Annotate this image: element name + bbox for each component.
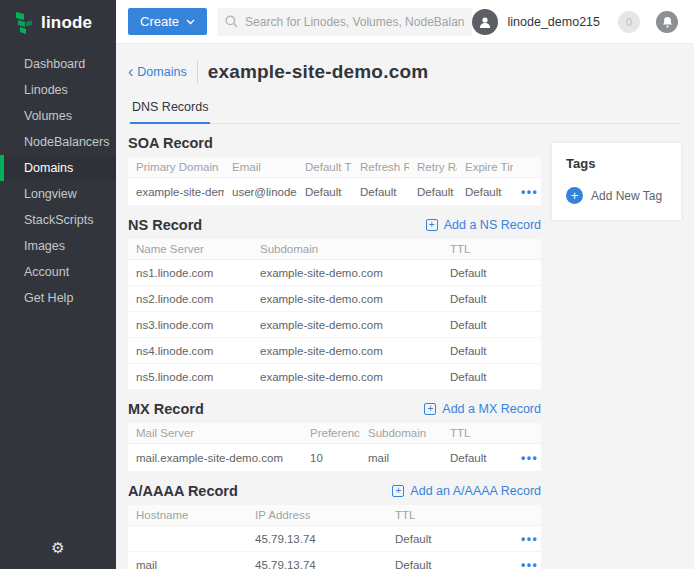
sidebar-item-longview[interactable]: Longview [0, 181, 116, 207]
sidebar-item-get-help[interactable]: Get Help [0, 285, 116, 311]
a-col-ttl: TTL [387, 505, 513, 526]
ns-col-ttl: TTL [442, 239, 541, 260]
ns-section-head: NS Record + Add a NS Record [128, 216, 541, 234]
soa-section-head: SOA Record [128, 134, 541, 152]
sidebar-item-account[interactable]: Account [0, 259, 116, 285]
ns-row: ns2.linode.com example-site-demo.com Def… [128, 286, 541, 312]
mx-table: Mail Server Preference Subdomain TTL mai… [128, 423, 541, 472]
soa-col-expire-time: Expire Time [457, 157, 513, 178]
breadcrumb-divider [197, 60, 198, 84]
tab-bar: DNS Records [128, 100, 681, 124]
sidebar-item-nodebalancers[interactable]: NodeBalancers [0, 129, 116, 155]
sidebar-footer: ⚙ [0, 525, 116, 569]
soa-primary-domain: example-site-demo.com [128, 178, 224, 206]
search-input[interactable] [245, 15, 464, 29]
a-col-hostname: Hostname [128, 505, 247, 526]
mx-col-ttl: TTL [442, 423, 513, 444]
linode-logo[interactable]: linode [0, 0, 116, 47]
ns-row: ns3.linode.com example-site-demo.com Def… [128, 312, 541, 338]
tags-panel-title: Tags [566, 156, 667, 171]
create-button[interactable]: Create [128, 8, 207, 35]
add-mx-record-button[interactable]: + Add a MX Record [424, 402, 541, 416]
soa-col-retry-rate: Retry Rate [409, 157, 457, 178]
a-row: mail 45.79.13.74 Default ••• [128, 552, 541, 569]
notifications-bell-button[interactable] [656, 11, 678, 33]
plus-square-icon: + [426, 219, 438, 231]
open-tickets-badge[interactable]: 0 [618, 11, 640, 33]
mx-col-mail-server: Mail Server [128, 423, 302, 444]
a-section-title: A/AAAA Record [128, 483, 238, 499]
chevron-down-icon [186, 19, 195, 25]
a-header-row: Hostname IP Address TTL [128, 505, 541, 526]
a-table: Hostname IP Address TTL 45.79.13.74 Defa… [128, 505, 541, 569]
soa-row: example-site-demo.com user@linode.com De… [128, 178, 541, 206]
back-chevron-icon: ‹ [128, 66, 133, 78]
linode-logo-icon [14, 11, 34, 35]
soa-refresh-rate: Default [352, 178, 409, 206]
soa-header-row: Primary Domain Email Default TTL Refresh… [128, 157, 541, 178]
ns-row: ns1.linode.com example-site-demo.com Def… [128, 260, 541, 286]
mx-row-actions-button[interactable]: ••• [521, 451, 538, 465]
brand-name: linode [41, 13, 92, 33]
ns-row: ns5.linode.com example-site-demo.com Def… [128, 364, 541, 390]
soa-default-ttl: Default [297, 178, 352, 206]
search-box [217, 8, 472, 36]
add-new-tag-button[interactable]: + Add New Tag [566, 187, 667, 204]
plus-square-icon: + [424, 403, 436, 415]
page-title: example-site-demo.com [208, 61, 429, 83]
back-link-label: Domains [137, 65, 186, 79]
sidebar-item-stackscripts[interactable]: StackScripts [0, 207, 116, 233]
soa-retry-rate: Default [409, 178, 457, 206]
top-header: Create linode_demo215 0 [116, 0, 694, 44]
a-col-ip-address: IP Address [247, 505, 387, 526]
soa-expire-time: Default [457, 178, 513, 206]
create-button-label: Create [140, 14, 179, 29]
user-avatar[interactable] [472, 9, 498, 35]
soa-section-title: SOA Record [128, 135, 213, 151]
back-to-domains-link[interactable]: ‹ Domains [128, 65, 187, 79]
plus-square-icon: + [392, 485, 404, 497]
sidebar-item-domains[interactable]: Domains [0, 155, 116, 181]
soa-email: user@linode.com [224, 178, 297, 206]
mx-section-title: MX Record [128, 401, 204, 417]
ns-col-subdomain: Subdomain [252, 239, 442, 260]
mx-col-subdomain: Subdomain [360, 423, 442, 444]
tab-dns-records[interactable]: DNS Records [130, 100, 210, 124]
soa-row-actions-button[interactable]: ••• [521, 185, 538, 199]
ns-table: Name Server Subdomain TTL ns1.linode.com… [128, 239, 541, 390]
username-menu[interactable]: linode_demo215 [508, 15, 600, 29]
soa-col-default-ttl: Default TTL [297, 157, 352, 178]
soa-col-refresh-rate: Refresh Rate [352, 157, 409, 178]
search-icon [225, 15, 238, 28]
plus-circle-icon: + [566, 187, 583, 204]
tags-column: Tags + Add New Tag [552, 143, 681, 220]
a-row-actions-button[interactable]: ••• [521, 532, 538, 546]
mx-header-row: Mail Server Preference Subdomain TTL [128, 423, 541, 444]
user-avatar-icon [478, 15, 492, 29]
ns-col-name-server: Name Server [128, 239, 252, 260]
a-row-actions-button[interactable]: ••• [521, 558, 538, 569]
sidebar-nav: Dashboard Linodes Volumes NodeBalancers … [0, 51, 116, 311]
mx-row: mail.example-site-demo.com 10 mail Defau… [128, 444, 541, 472]
bell-icon [662, 16, 673, 28]
a-row: 45.79.13.74 Default ••• [128, 526, 541, 552]
add-new-tag-label: Add New Tag [591, 189, 662, 203]
settings-gear-icon[interactable]: ⚙ [51, 539, 64, 557]
ns-section-title: NS Record [128, 217, 202, 233]
add-a-record-button[interactable]: + Add an A/AAAA Record [392, 484, 541, 498]
tags-panel: Tags + Add New Tag [552, 143, 681, 220]
ns-row: ns4.linode.com example-site-demo.com Def… [128, 338, 541, 364]
records-column: SOA Record Primary Domain Email Default … [128, 124, 541, 569]
sidebar: linode Dashboard Linodes Volumes NodeBal… [0, 0, 116, 569]
ns-header-row: Name Server Subdomain TTL [128, 239, 541, 260]
soa-table: Primary Domain Email Default TTL Refresh… [128, 157, 541, 206]
sidebar-item-linodes[interactable]: Linodes [0, 77, 116, 103]
sidebar-item-dashboard[interactable]: Dashboard [0, 51, 116, 77]
sidebar-item-images[interactable]: Images [0, 233, 116, 259]
soa-col-email: Email [224, 157, 297, 178]
add-ns-record-label: Add a NS Record [444, 218, 541, 232]
add-ns-record-button[interactable]: + Add a NS Record [426, 218, 541, 232]
sidebar-item-volumes[interactable]: Volumes [0, 103, 116, 129]
mx-section-head: MX Record + Add a MX Record [128, 400, 541, 418]
mx-col-preference: Preference [302, 423, 360, 444]
